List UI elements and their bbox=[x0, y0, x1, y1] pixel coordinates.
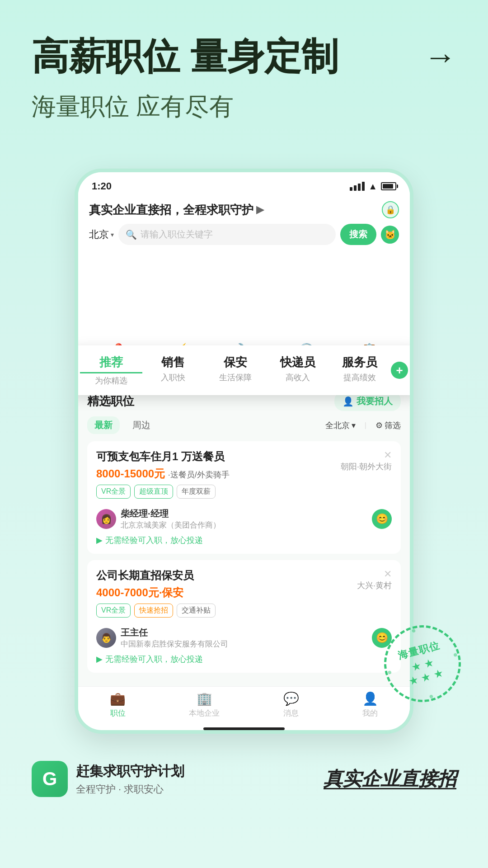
svg-point-1 bbox=[429, 694, 433, 698]
search-input-wrap[interactable]: 🔍 请输入职位关键字 bbox=[118, 224, 336, 245]
job-right-1: ✕ 朝阳·朝外大街 bbox=[341, 449, 392, 502]
search-button[interactable]: 搜索 bbox=[340, 224, 376, 245]
hire-icon: 👤 bbox=[343, 396, 354, 407]
svg-point-3 bbox=[453, 653, 457, 657]
location-dropdown-icon: ▾ bbox=[352, 420, 356, 430]
app-header-top: 真实企业直接招，全程求职守护 ▶ 🔒 bbox=[89, 201, 399, 218]
cat-tab-sub-waiter: 提高绩效 bbox=[328, 372, 391, 383]
salary-suffix-1: ·送餐员/外卖骑手 bbox=[168, 470, 230, 479]
footer-brand-name: 赶集求职守护计划 bbox=[76, 762, 184, 781]
job-salary-2: 4000-7000元·保安 bbox=[96, 585, 357, 600]
cat-add-button[interactable]: + bbox=[391, 362, 408, 379]
job-tags-2: VR全景 快速抢招 交通补贴 bbox=[96, 604, 357, 618]
apply-hint-text-1: 无需经验可入职，放心投递 bbox=[105, 535, 203, 546]
cat-tab-label-sales: 销售 bbox=[142, 354, 205, 370]
job-close-1[interactable]: ✕ bbox=[384, 449, 392, 461]
hero-arrow[interactable]: → bbox=[424, 39, 456, 75]
jobs-section: 精选职位 👤 我要招人 最新 周边 全北京 ▾ | ⚙ 筛选 bbox=[78, 384, 410, 686]
footer-section: G 赶集求职守护计划 全程守护 · 求职安心 真实企业直接招 bbox=[0, 734, 488, 820]
cat-tab-sub-recommend: 为你精选 bbox=[80, 375, 142, 386]
bottom-profile-label: 我的 bbox=[362, 708, 378, 718]
person-details-2: 王主任 中国新泰启胜保安服务有限公司 bbox=[121, 627, 228, 649]
person-name-1: 柴经理·经理 bbox=[121, 508, 221, 520]
stamp-overlay: 海量职位 ★ ★ ★ ★ ★ bbox=[384, 625, 465, 707]
bottom-messages-icon: 💬 bbox=[283, 691, 299, 706]
cat-tab-sub-sales: 入职快 bbox=[142, 372, 205, 383]
person-company-2: 中国新泰启胜保安服务有限公司 bbox=[121, 639, 228, 649]
person-avatar-2: 👨 bbox=[96, 628, 116, 648]
job-tags-1: VR全景 超级直顶 年度双薪 bbox=[96, 485, 341, 499]
job-tag-vr-2: VR全景 bbox=[96, 604, 131, 618]
header-title-arrow: ▶ bbox=[256, 204, 264, 216]
job-tag-fast-2: 快速抢招 bbox=[134, 604, 173, 618]
bottom-profile-icon: 👤 bbox=[362, 691, 378, 706]
app-header: 真实企业直接招，全程求职守护 ▶ 🔒 北京 ▾ 🔍 请输入职位关键字 搜索 bbox=[78, 197, 410, 250]
cat-tab-sales[interactable]: 销售 入职快 bbox=[142, 354, 205, 383]
filter-tabs: 最新 周边 全北京 ▾ | ⚙ 筛选 bbox=[87, 416, 401, 434]
footer-brand-info: 赶集求职守护计划 全程守护 · 求职安心 bbox=[76, 762, 184, 796]
cat-tab-sub-security: 生活保障 bbox=[204, 372, 267, 383]
job-left-2: 公司长期直招保安员 4000-7000元·保安 VR全景 快速抢招 交通补贴 bbox=[96, 568, 357, 621]
bottom-nav-jobs[interactable]: 💼 职位 bbox=[110, 691, 126, 718]
job-person-1: 👩 柴经理·经理 北京京城美家（美团合作商） 😊 bbox=[96, 508, 392, 530]
battery-icon bbox=[381, 182, 396, 190]
job-close-2[interactable]: ✕ bbox=[384, 568, 392, 580]
filter-tab-nearby[interactable]: 周边 bbox=[125, 416, 158, 434]
job-card-2[interactable]: 公司长期直招保安员 4000-7000元·保安 VR全景 快速抢招 交通补贴 ✕… bbox=[87, 560, 401, 673]
svg-point-0 bbox=[412, 629, 416, 633]
hero-title-text: 高薪职位 量身定制 bbox=[32, 36, 338, 77]
signal-icon bbox=[350, 182, 365, 191]
header-title: 真实企业直接招，全程求职守护 ▶ bbox=[89, 202, 264, 218]
person-avatar-1: 👩 bbox=[96, 509, 116, 529]
cat-tab-security[interactable]: 保安 生活保障 bbox=[204, 354, 267, 383]
city-selector[interactable]: 北京 ▾ bbox=[89, 228, 114, 241]
phone-mockup-wrapper: 1:20 ▲ 真实企业直接招，全程求职守护 ▶ bbox=[41, 169, 447, 734]
hire-label: 我要招人 bbox=[357, 395, 393, 407]
job-tag-bonus-1: 年度双薪 bbox=[177, 485, 216, 499]
header-avatar[interactable]: 🔒 bbox=[382, 201, 399, 218]
job-card-1[interactable]: 可预支包车住月1 万送餐员 8000-15000元 ·送餐员/外卖骑手 VR全景… bbox=[87, 441, 401, 554]
avatar-icon: 🔒 bbox=[385, 205, 395, 215]
stamp-decoration bbox=[378, 619, 467, 708]
person-details-1: 柴经理·经理 北京京城美家（美团合作商） bbox=[121, 508, 221, 530]
salary-amount-1: 8000-15000元 bbox=[96, 467, 165, 480]
filter-location[interactable]: 全北京 ▾ bbox=[325, 420, 356, 431]
search-bar: 北京 ▾ 🔍 请输入职位关键字 搜索 🐱 bbox=[89, 224, 399, 245]
hero-subtitle: 海量职位 应有尽有 bbox=[32, 90, 456, 123]
footer-logo-letter: G bbox=[42, 768, 57, 790]
job-person-2: 👨 王主任 中国新泰启胜保安服务有限公司 😊 bbox=[96, 627, 392, 649]
job-title-2: 公司长期直招保安员 bbox=[96, 568, 357, 583]
bottom-jobs-icon: 💼 bbox=[110, 691, 126, 706]
job-top-row-1: 可预支包车住月1 万送餐员 8000-15000元 ·送餐员/外卖骑手 VR全景… bbox=[96, 449, 392, 502]
job-title-1: 可预支包车住月1 万送餐员 bbox=[96, 449, 341, 464]
scan-button[interactable]: 🐱 bbox=[381, 226, 399, 244]
person-company-1: 北京京城美家（美团合作商） bbox=[121, 520, 221, 530]
scan-icon: 🐱 bbox=[385, 229, 396, 240]
job-tag-vr-1: VR全景 bbox=[96, 485, 131, 499]
chat-button-1[interactable]: 😊 bbox=[372, 509, 392, 529]
hero-title: 高薪职位 量身定制 → bbox=[32, 36, 456, 77]
apply-arrow-icon-2: ▶ bbox=[96, 654, 103, 664]
cat-tab-label-recommend: 推荐 bbox=[80, 354, 142, 373]
hero-section: 高薪职位 量身定制 → 海量职位 应有尽有 bbox=[0, 0, 488, 142]
filter-sort[interactable]: ⚙ 筛选 bbox=[375, 420, 401, 431]
category-tabs: 推荐 为你精选 销售 入职快 保安 生活保障 快递员 高收入 bbox=[80, 354, 408, 386]
cat-tab-recommend[interactable]: 推荐 为你精选 bbox=[80, 354, 142, 386]
cat-tab-waiter[interactable]: 服务员 提高绩效 bbox=[328, 354, 391, 383]
filter-tab-latest[interactable]: 最新 bbox=[87, 416, 120, 434]
bottom-nav-messages[interactable]: 💬 消息 bbox=[283, 691, 299, 718]
phone-mockup: 1:20 ▲ 真实企业直接招，全程求职守护 ▶ bbox=[75, 169, 413, 734]
stamp-circle: 海量职位 ★ ★ ★ ★ ★ bbox=[375, 617, 469, 711]
apply-hint-2: ▶ 无需经验可入职，放心投递 bbox=[96, 654, 392, 665]
footer-brand-sub: 全程守护 · 求职安心 bbox=[76, 783, 184, 796]
city-dropdown-icon: ▾ bbox=[111, 231, 114, 238]
bottom-nav-profile[interactable]: 👤 我的 bbox=[362, 691, 378, 718]
cat-tab-delivery[interactable]: 快递员 高收入 bbox=[267, 354, 329, 383]
footer-logo: G bbox=[32, 761, 68, 797]
cat-tab-label-waiter: 服务员 bbox=[328, 354, 391, 370]
bottom-company-icon: 🏢 bbox=[197, 691, 212, 706]
bottom-nav-company[interactable]: 🏢 本地企业 bbox=[189, 691, 220, 718]
bottom-nav: 💼 职位 🏢 本地企业 💬 消息 👤 我的 bbox=[78, 686, 410, 725]
person-info-1: 👩 柴经理·经理 北京京城美家（美团合作商） bbox=[96, 508, 221, 530]
footer-left: G 赶集求职守护计划 全程守护 · 求职安心 bbox=[32, 761, 184, 797]
